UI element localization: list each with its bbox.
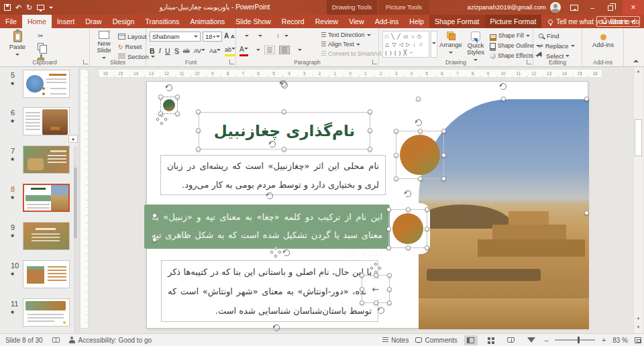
selection-handle[interactable] (441, 153, 446, 158)
next-slide-button[interactable]: ▼ (633, 323, 643, 332)
tab-design[interactable]: Design (107, 15, 140, 28)
slideshow-view-button[interactable] (525, 335, 538, 345)
character-spacing-button[interactable]: AV (194, 46, 205, 56)
previous-slide-button[interactable]: ▲ (633, 314, 643, 323)
picture-tools-header[interactable]: Picture Tools (378, 0, 429, 15)
account-avatar[interactable] (550, 2, 561, 13)
slide-thumbnail-6[interactable] (23, 107, 70, 135)
comments-button[interactable]: Comments (415, 337, 457, 344)
selection-handle[interactable] (360, 287, 364, 292)
shape-effects-button[interactable]: Shape Effects (490, 52, 539, 59)
normal-view-button[interactable] (464, 335, 478, 345)
find-button[interactable]: Find (539, 32, 559, 40)
rotate-handle[interactable] (273, 325, 280, 331)
customize-qat-button[interactable] (49, 7, 53, 11)
selection-handle[interactable] (441, 176, 446, 181)
line-spacing-caret-icon[interactable] (284, 35, 288, 39)
tab-animations[interactable]: Animations (184, 15, 230, 28)
tab-transitions[interactable]: Transitions (140, 15, 184, 28)
tab-help[interactable]: Help (404, 15, 429, 28)
tab-file[interactable]: File (0, 15, 22, 28)
paste-button[interactable]: Paste (5, 31, 30, 58)
slide-counter[interactable]: Slide 8 of 30 (5, 337, 43, 344)
clipboard-dialog-launcher[interactable] (83, 60, 88, 64)
selection-handle[interactable] (387, 273, 392, 278)
tab-shape-format[interactable]: Shape Format (429, 15, 485, 28)
convert-smartart-button[interactable]: Convert to SmartArt (321, 50, 382, 57)
tab-insert[interactable]: Insert (52, 15, 80, 28)
grow-font-button[interactable]: A (224, 32, 229, 40)
text-direction-button[interactable]: Text Direction (321, 32, 371, 38)
tab-view[interactable]: View (343, 15, 370, 28)
selection-handle[interactable] (418, 176, 423, 181)
strikethrough-button[interactable]: ab (183, 46, 190, 56)
ltr-direction-button[interactable] (264, 46, 275, 54)
minimize-button[interactable]: – (585, 0, 600, 15)
canvas-scrollbar-track[interactable] (633, 67, 643, 333)
restore-button[interactable] (602, 0, 619, 15)
rotate-handle[interactable] (500, 83, 506, 90)
line-spacing-button[interactable]: ↕ (276, 32, 280, 39)
selection-handle[interactable] (158, 95, 163, 99)
paragraph2-textbox[interactable]: با این حال، نام اصلی و باستانی این بنا ک… (161, 260, 378, 322)
panel-scroll-up-button[interactable]: ▲ (68, 135, 78, 143)
shapes-scroll-button[interactable] (431, 31, 437, 58)
rotate-handle[interactable] (280, 80, 286, 87)
account-email[interactable]: azizpanah2019@gmail.com (453, 0, 546, 15)
selection-handle[interactable] (175, 95, 180, 99)
zoom-in-button[interactable]: + (602, 337, 606, 344)
redo-button[interactable]: ↻ (26, 0, 32, 15)
canvas-scrollbar-thumb[interactable] (635, 119, 642, 156)
selection-handle[interactable] (406, 207, 411, 212)
spell-check-icon[interactable] (52, 337, 60, 343)
adjust-handle-cluster[interactable] (156, 114, 167, 125)
font-size-combobox[interactable]: 18+ (203, 32, 222, 42)
share-button[interactable]: Share (596, 16, 640, 27)
selection-handle[interactable] (441, 129, 446, 133)
slide-thumbnail-8-selected[interactable] (23, 184, 70, 212)
adjust-handle-cluster[interactable] (370, 263, 381, 274)
photo-handle[interactable] (501, 97, 506, 101)
selection-handle[interactable] (196, 128, 201, 133)
accessibility-checker[interactable]: Accessibility: Good to go (69, 337, 152, 344)
selection-handle[interactable] (386, 227, 391, 231)
arrange-button[interactable]: Arrange (439, 32, 462, 56)
selection-handle[interactable] (387, 287, 392, 292)
highlight-color-button[interactable]: ab (225, 45, 235, 56)
bold-button[interactable]: B (150, 46, 155, 56)
change-case-button[interactable]: Aa (209, 46, 221, 56)
rotate-handle[interactable] (378, 307, 384, 314)
selection-handle[interactable] (196, 109, 201, 114)
slide-thumbnail-11[interactable] (23, 298, 70, 327)
selection-handle[interactable] (152, 213, 157, 218)
paragraph1-textbox[interactable]: نام محلی این اثر «چغازنبیل» است که ریشه‌… (160, 155, 386, 195)
justify-caret-icon[interactable] (256, 49, 260, 53)
selection-handle[interactable] (175, 111, 180, 116)
reading-view-button[interactable] (504, 335, 518, 345)
tab-add-ins[interactable]: Add-ins (370, 15, 405, 28)
new-slide-button[interactable]: New Slide (92, 31, 116, 61)
rotate-handle[interactable] (166, 84, 172, 91)
paragraph-dialog-launcher[interactable] (372, 60, 377, 64)
selection-handle[interactable] (282, 147, 286, 152)
photo-handle[interactable] (584, 211, 589, 215)
photo-handle[interactable] (416, 97, 421, 101)
selection-handle[interactable] (152, 237, 157, 242)
collapse-ribbon-button[interactable] (633, 57, 639, 62)
font-family-combobox[interactable]: Shabnam (150, 32, 201, 42)
rotate-handle[interactable] (415, 119, 422, 126)
panel-scrollbar-thumb[interactable] (74, 168, 77, 238)
drawing-dialog-launcher[interactable] (527, 60, 531, 64)
save-button[interactable] (4, 4, 11, 11)
selection-handle[interactable] (282, 109, 286, 114)
copy-button[interactable] (38, 43, 44, 50)
tab-review[interactable]: Review (310, 15, 343, 28)
zoom-out-button[interactable]: – (545, 337, 549, 344)
notes-button[interactable]: Notes (382, 337, 409, 344)
rotate-handle[interactable] (405, 190, 411, 197)
rotate-handle[interactable] (283, 249, 290, 256)
start-slideshow-button[interactable] (37, 5, 44, 10)
slide-title-textbox[interactable]: نام‌گذاری چغازنبیل (199, 112, 370, 150)
slide-thumbnail-10[interactable] (23, 260, 70, 288)
fit-slide-to-window-button[interactable] (635, 337, 641, 343)
